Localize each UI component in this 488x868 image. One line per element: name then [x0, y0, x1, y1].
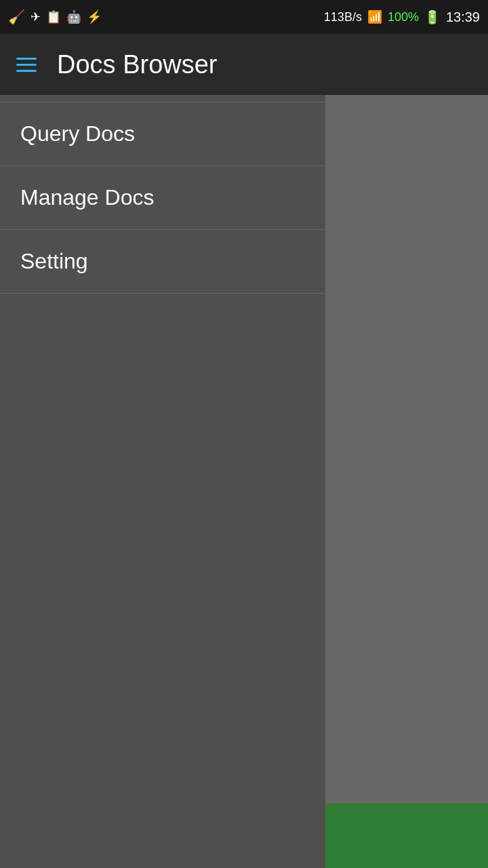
hamburger-line-1: [16, 58, 37, 60]
battery-icon: 🔋: [424, 9, 441, 25]
clock: 13:39: [446, 9, 480, 25]
app-title: Docs Browser: [57, 50, 218, 79]
sidebar-item-query-docs[interactable]: Query Docs: [0, 102, 325, 166]
app-icon-3: 📋: [46, 9, 61, 24]
app-bar: Docs Browser: [0, 34, 488, 95]
app-icon-5: ⚡: [87, 9, 102, 24]
app-icon-2: ✈: [30, 9, 41, 24]
sidebar-item-setting[interactable]: Setting: [0, 230, 325, 294]
content-overlay: [325, 95, 488, 868]
sidebar-item-manage-docs[interactable]: Manage Docs: [0, 166, 325, 230]
status-icons-left: 🧹 ✈ 📋 🤖 ⚡: [8, 9, 102, 25]
fab-button[interactable]: [325, 804, 488, 868]
navigation-drawer: Query Docs Manage Docs Setting: [0, 95, 325, 868]
hamburger-line-2: [16, 64, 37, 66]
wifi-icon: 📶: [367, 9, 382, 24]
status-bar: 🧹 ✈ 📋 🤖 ⚡ 113B/s 📶 100% 🔋 13:39: [0, 0, 488, 34]
hamburger-menu-button[interactable]: [16, 58, 37, 72]
app-icon-1: 🧹: [8, 9, 25, 25]
app-icon-4: 🤖: [66, 9, 81, 24]
hamburger-line-3: [16, 70, 37, 72]
battery-indicator: 100%: [388, 10, 419, 24]
main-content: Query Docs Manage Docs Setting: [0, 95, 488, 868]
status-icons-right: 113B/s 📶 100% 🔋 13:39: [324, 9, 480, 25]
network-speed: 113B/s: [324, 10, 362, 24]
